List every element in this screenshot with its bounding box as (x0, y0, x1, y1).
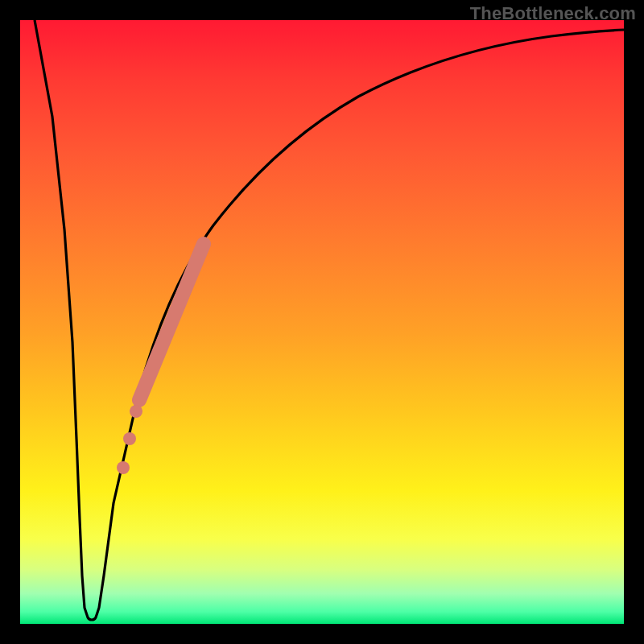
chart-frame: TheBottleneck.com (0, 0, 644, 644)
highlight-dot (123, 432, 136, 445)
highlight-dot (130, 405, 142, 418)
bottleneck-curve (35, 20, 624, 620)
highlight-segment (139, 244, 204, 400)
chart-svg (20, 20, 624, 624)
chart-plot-area (20, 20, 624, 624)
highlight-dot (117, 461, 130, 474)
